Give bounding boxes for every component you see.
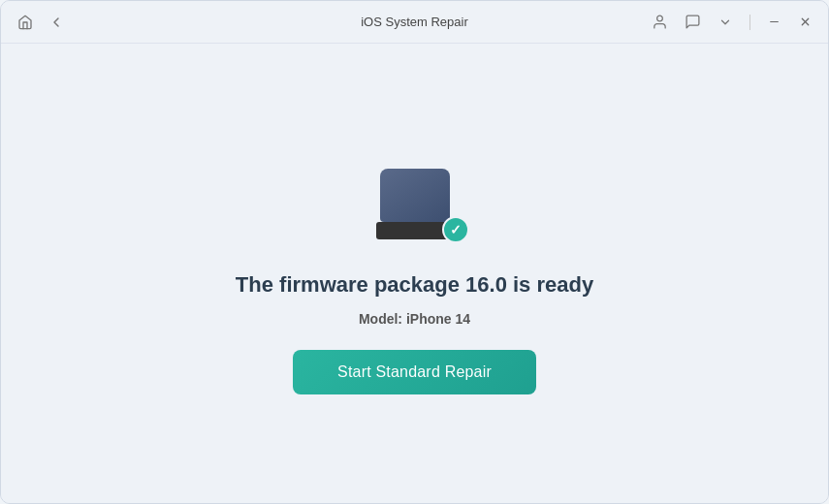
model-value: iPhone 14 (406, 311, 470, 327)
svg-point-0 (656, 16, 662, 21)
main-content: ✓ The firmware package 16.0 is ready Mod… (1, 44, 828, 503)
home-button[interactable] (15, 12, 36, 33)
titlebar: iOS System Repair (1, 1, 828, 44)
back-button[interactable] (46, 12, 67, 33)
minimize-button[interactable] (764, 13, 783, 32)
window-title: iOS System Repair (361, 15, 468, 29)
titlebar-left (15, 12, 67, 33)
start-standard-repair-button[interactable]: Start Standard Repair (293, 350, 536, 394)
chevron-down-icon-button[interactable] (715, 12, 736, 33)
chip-top (380, 169, 450, 222)
check-badge: ✓ (442, 216, 469, 243)
model-label: Model: (359, 311, 402, 327)
titlebar-right (649, 12, 814, 33)
titlebar-divider (749, 15, 750, 30)
firmware-icon: ✓ (357, 152, 473, 249)
model-info: Model: iPhone 14 (359, 311, 470, 327)
firmware-ready-text: The firmware package 16.0 is ready (236, 272, 593, 298)
user-icon-button[interactable] (649, 12, 670, 33)
app-window: iOS System Repair (0, 0, 829, 504)
chat-icon-button[interactable] (682, 12, 703, 33)
check-icon: ✓ (450, 222, 462, 237)
close-button[interactable] (795, 13, 814, 32)
